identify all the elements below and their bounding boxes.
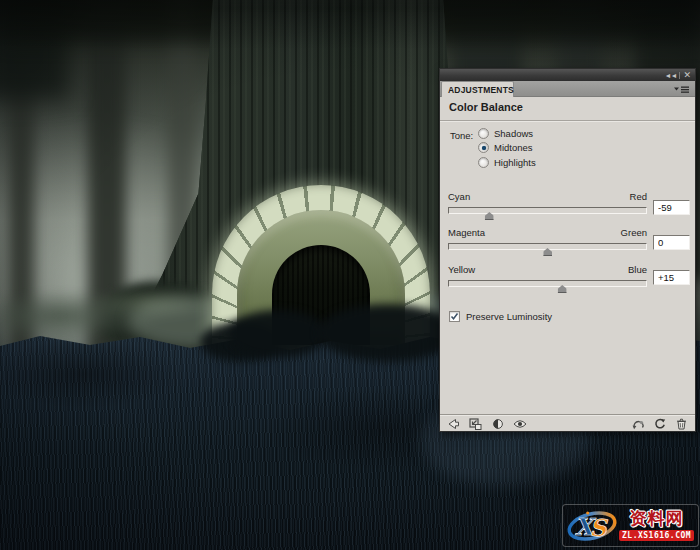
slider-right-label: Green: [621, 227, 647, 238]
panel-menu-button[interactable]: [674, 85, 690, 94]
svg-text:S: S: [589, 514, 608, 541]
radio-option-midtones[interactable]: Midtones: [478, 141, 533, 154]
radio-label: Midtones: [494, 142, 533, 153]
slider-left-label: Yellow: [448, 264, 475, 275]
magenta-green-slider-track[interactable]: [448, 243, 647, 250]
screenshot-root: ◄◄ ✕ ADJUSTMENTS Color Balance Tone: Sha…: [0, 0, 700, 550]
expanded-view-icon: [469, 418, 482, 430]
grass-mound: [228, 310, 328, 358]
checkmark-icon: [450, 312, 459, 321]
eye-icon: [513, 419, 527, 429]
watermark-site-name: 资料网: [630, 510, 684, 529]
slider-right-label: Blue: [628, 264, 647, 275]
yellow-blue-slider-track[interactable]: [448, 280, 647, 287]
back-arrow-icon: [447, 418, 460, 430]
slider-left-label: Magenta: [448, 227, 485, 238]
reset-button[interactable]: [651, 418, 668, 431]
radio-option-shadows[interactable]: Shadows: [478, 127, 533, 140]
switch-panel-view-button[interactable]: [467, 418, 484, 431]
xs-logo-icon: X S: [566, 507, 618, 545]
magenta-green-value-input[interactable]: [653, 235, 690, 250]
cyan-red-slider-handle[interactable]: [485, 212, 494, 220]
preserve-luminosity-checkbox-row[interactable]: Preserve Luminosity: [449, 311, 552, 322]
radio-button[interactable]: [478, 128, 489, 139]
titlebar-separator: [679, 72, 680, 79]
clip-to-layer-button[interactable]: [489, 418, 506, 431]
slider-left-label: Cyan: [448, 191, 470, 202]
collapse-panel-button[interactable]: ◄◄: [665, 72, 677, 79]
panel-footer-toolbar: [440, 416, 695, 432]
return-to-adjustment-list-button[interactable]: [445, 418, 462, 431]
panel-title: Color Balance: [449, 101, 523, 113]
grass-mound: [318, 304, 458, 362]
magenta-green-slider-handle[interactable]: [543, 248, 552, 256]
radio-label: Shadows: [494, 128, 533, 139]
radio-option-highlights[interactable]: Highlights: [478, 156, 536, 169]
watermark-logo: X S: [566, 507, 618, 545]
preserve-luminosity-checkbox[interactable]: [449, 311, 460, 322]
delete-adjustment-button[interactable]: [673, 418, 690, 431]
yellow-blue-value-input[interactable]: [653, 270, 690, 285]
panel-titlebar: ◄◄ ✕: [440, 69, 695, 81]
tab-adjustments[interactable]: ADJUSTMENTS: [441, 81, 514, 97]
slider-labels-yellow-blue: Yellow Blue: [448, 264, 647, 275]
toggle-layer-visibility-button[interactable]: [511, 418, 528, 431]
close-panel-button[interactable]: ✕: [683, 71, 691, 80]
view-previous-state-button[interactable]: [629, 418, 646, 431]
cyan-red-slider-track[interactable]: [448, 207, 647, 214]
divider: [440, 120, 695, 122]
preserve-luminosity-label: Preserve Luminosity: [466, 311, 552, 322]
watermark-site-url: ZL.XS1616.COM: [619, 530, 694, 541]
watermark-text-block: 资料网 ZL.XS1616.COM: [619, 510, 694, 541]
watermark: X S 资料网 ZL.XS1616.COM: [562, 504, 699, 547]
slider-right-label: Red: [630, 191, 647, 202]
tone-label: Tone:: [450, 130, 473, 141]
reset-icon: [654, 418, 666, 430]
yellow-blue-slider-handle[interactable]: [558, 285, 567, 293]
slider-labels-cyan-red: Cyan Red: [448, 191, 647, 202]
panel-menu-icon: [674, 85, 690, 94]
slider-labels-magenta-green: Magenta Green: [448, 227, 647, 238]
radio-button-selected[interactable]: [478, 142, 489, 153]
radio-label: Highlights: [494, 157, 536, 168]
adjustments-panel: ◄◄ ✕ ADJUSTMENTS Color Balance Tone: Sha…: [439, 68, 696, 432]
radio-button[interactable]: [478, 157, 489, 168]
panel-tab-row: ADJUSTMENTS: [440, 81, 695, 97]
trash-icon: [676, 418, 687, 430]
previous-state-icon: [631, 419, 645, 430]
half-circle-icon: [492, 418, 504, 430]
cyan-red-value-input[interactable]: [653, 200, 690, 215]
